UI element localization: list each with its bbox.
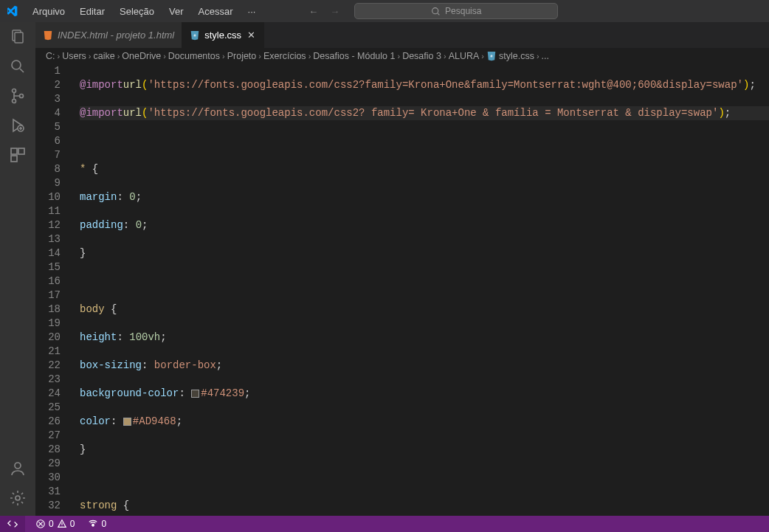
menu-acessar[interactable]: Acessar <box>193 6 239 17</box>
search-icon <box>431 7 441 16</box>
svg-point-14 <box>15 496 20 500</box>
account-icon[interactable] <box>9 460 27 477</box>
css-file-icon: # <box>486 51 497 61</box>
html-file-icon <box>43 30 53 41</box>
svg-line-5 <box>20 69 24 72</box>
menu-ver[interactable]: Ver <box>163 6 190 17</box>
svg-line-1 <box>438 13 439 14</box>
gear-icon[interactable] <box>9 489 27 507</box>
svg-point-0 <box>432 7 438 13</box>
run-debug-icon[interactable] <box>9 117 27 134</box>
color-swatch-icon <box>191 390 199 398</box>
svg-text:#: # <box>194 32 196 37</box>
svg-point-13 <box>15 463 21 469</box>
svg-point-7 <box>13 100 16 103</box>
search-icon[interactable] <box>9 58 27 75</box>
code-editor[interactable]: 12345678910 11121314151617181920 2122232… <box>35 64 769 516</box>
nav-forward-icon[interactable]: → <box>330 6 339 17</box>
svg-point-4 <box>12 61 21 69</box>
editor-area: INDEX.html - projeto 1.html # style.css … <box>35 22 769 516</box>
breadcrumb-seg[interactable]: ALURA <box>449 51 480 61</box>
svg-point-8 <box>20 94 24 98</box>
source-control-icon[interactable] <box>9 87 27 105</box>
activity-bar <box>0 22 35 516</box>
menu-editar[interactable]: Editar <box>74 6 111 17</box>
line-numbers: 12345678910 11121314151617181920 2122232… <box>35 64 74 516</box>
svg-rect-10 <box>11 148 17 154</box>
ports-status[interactable]: 0 <box>85 519 109 529</box>
vscode-logo-icon <box>6 5 18 17</box>
svg-point-6 <box>13 89 16 93</box>
menu-selecao[interactable]: Seleção <box>114 6 160 17</box>
breadcrumb-seg[interactable]: Projeto <box>227 51 257 61</box>
svg-rect-12 <box>11 156 17 162</box>
extensions-icon[interactable] <box>9 146 27 164</box>
nav-back-icon[interactable]: ← <box>308 6 318 17</box>
close-icon[interactable]: ✕ <box>246 30 256 41</box>
breadcrumb-tail[interactable]: ... <box>542 51 549 61</box>
error-icon <box>35 519 46 529</box>
explorer-icon[interactable] <box>9 28 27 46</box>
code-content[interactable]: @import url('https://fonts.googleapis.co… <box>74 64 769 516</box>
svg-rect-11 <box>18 148 24 154</box>
breadcrumb[interactable]: C:› Users› caike› OneDrive› Documentos› … <box>35 48 769 64</box>
tabs: INDEX.html - projeto 1.html # style.css … <box>35 22 769 48</box>
breadcrumb-seg[interactable]: OneDrive <box>122 51 161 61</box>
remote-icon[interactable] <box>0 516 25 532</box>
color-swatch-icon <box>123 418 131 426</box>
radio-icon <box>88 519 98 529</box>
breadcrumb-seg[interactable]: Exercícios <box>263 51 306 61</box>
warning-icon <box>57 519 67 529</box>
search-input[interactable]: Pesquisa <box>354 3 558 19</box>
svg-rect-3 <box>15 32 23 43</box>
breadcrumb-seg[interactable]: Desafios - Módulo 1 <box>313 51 395 61</box>
breadcrumb-seg[interactable]: Users <box>62 51 86 61</box>
breadcrumb-seg[interactable]: Desafio 3 <box>402 51 441 61</box>
css-file-icon: # <box>190 30 200 41</box>
tab-style-css[interactable]: # style.css ✕ <box>182 22 264 48</box>
tab-label: style.css <box>204 30 241 41</box>
titlebar: Arquivo Editar Seleção Ver Acessar ··· ←… <box>0 0 769 22</box>
svg-text:#: # <box>491 54 493 58</box>
breadcrumb-file[interactable]: style.css <box>499 51 534 61</box>
svg-point-18 <box>92 524 94 526</box>
tab-label: INDEX.html - projeto 1.html <box>58 30 174 41</box>
status-bar: 0 0 0 <box>0 516 769 532</box>
menu-arquivo[interactable]: Arquivo <box>27 6 71 17</box>
tab-index-html[interactable]: INDEX.html - projeto 1.html <box>35 22 182 48</box>
breadcrumb-seg[interactable]: Documentos <box>168 51 220 61</box>
search-placeholder: Pesquisa <box>445 6 481 16</box>
breadcrumb-seg[interactable]: caike <box>94 51 115 61</box>
breadcrumb-seg[interactable]: C: <box>46 51 55 61</box>
problems-status[interactable]: 0 0 <box>32 519 77 529</box>
menu-more-icon[interactable]: ··· <box>242 6 262 17</box>
